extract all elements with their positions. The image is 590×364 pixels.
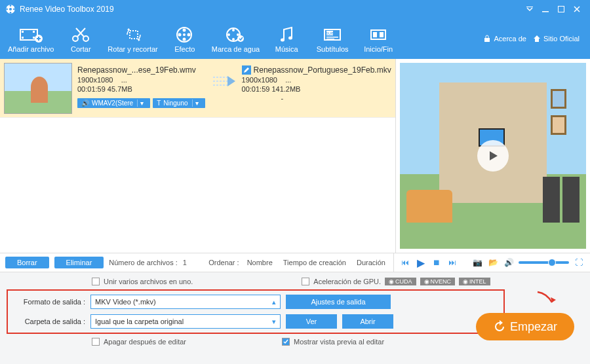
refresh-icon (493, 320, 506, 333)
svg-rect-7 (542, 11, 549, 12)
delete-button[interactable]: Borrar (5, 257, 49, 268)
edit-icon[interactable] (242, 65, 251, 75)
add-file-button[interactable]: Añadir archivo (4, 23, 58, 54)
shutdown-label: Apagar después de editar (104, 338, 186, 346)
sort-by-name[interactable]: Nombre (245, 259, 275, 266)
scissors-icon (71, 24, 90, 45)
remove-button[interactable]: Eliminar (54, 257, 104, 268)
list-action-bar: Borrar Eliminar Número de archivos : 1 O… (0, 253, 393, 272)
svg-rect-35 (326, 37, 338, 38)
annotation-arrow-icon (535, 289, 557, 308)
source-filename: Renepassnow_...ese_19Feb.wmv (77, 65, 205, 75)
music-note-icon (279, 24, 294, 45)
menu-dropdown-icon[interactable] (522, 1, 538, 17)
official-site-link[interactable]: Sitio Oficial (533, 35, 580, 43)
source-resolution: 1900x1080 (77, 76, 113, 84)
player-controls: ⏮ ▶ ⏹ ⏭ 📷 📂 🔊 ⛶ (393, 253, 590, 272)
svg-point-3 (10, 12, 12, 14)
prev-button[interactable]: ⏮ (399, 258, 411, 267)
svg-point-26 (232, 38, 235, 41)
svg-rect-36 (326, 39, 334, 40)
merge-checkbox[interactable] (92, 278, 100, 285)
svg-rect-11 (22, 37, 24, 39)
merge-label: Unir varios archivos en uno. (104, 278, 193, 285)
music-label: Música (275, 45, 298, 53)
speaker-icon: 🔊 (81, 100, 89, 107)
file-row[interactable]: Renepassnow_...ese_19Feb.wmv 1900x1080 .… (0, 59, 395, 118)
rotate-crop-icon (123, 24, 143, 45)
view-button[interactable]: Ver (286, 314, 337, 329)
chevron-up-icon: ▴ (272, 298, 276, 306)
next-button[interactable]: ⏭ (446, 258, 458, 267)
start-end-label: Inicio/Fin (364, 45, 393, 53)
gpu-checkbox[interactable] (302, 278, 309, 285)
about-link[interactable]: Acerca de (483, 35, 526, 43)
output-folder-label: Carpeta de salida : (13, 318, 85, 325)
watermark-icon (226, 24, 245, 45)
sort-by-time[interactable]: Tiempo de creación (281, 259, 349, 266)
subtitle-label: Subtítulos (317, 45, 349, 53)
start-button[interactable]: Empezar (476, 313, 574, 340)
subtitle-pill[interactable]: TNinguno▾ (153, 98, 205, 108)
open-button[interactable]: Abrir (342, 314, 393, 329)
svg-rect-40 (484, 38, 490, 42)
gpu-label: Aceleración de GPU. (313, 278, 381, 285)
app-title: Renee Video Toolbox 2019 (20, 5, 114, 14)
music-button[interactable]: Música (264, 23, 309, 54)
svg-point-4 (6, 9, 8, 10)
conversion-arrow-icon (210, 63, 237, 89)
chevron-down-icon: ▾ (192, 100, 201, 107)
effect-label: Efecto (174, 45, 195, 53)
chevron-down-icon: ▾ (137, 100, 146, 107)
svg-text:SUB: SUB (326, 31, 334, 35)
svg-point-21 (178, 33, 181, 37)
preview-panel (396, 59, 590, 253)
shutdown-checkbox[interactable] (92, 338, 100, 346)
fullscreen-button[interactable]: ⛶ (573, 258, 585, 267)
effect-button[interactable]: Efecto (162, 23, 208, 54)
svg-point-23 (183, 33, 186, 36)
volume-slider[interactable] (519, 261, 569, 264)
cuda-badge: ◉ CUDA (385, 278, 416, 285)
watermark-button[interactable]: Marca de agua (208, 23, 264, 54)
output-duration-size: 00:01:59 141.2MB (242, 85, 391, 93)
cut-button[interactable]: Cortar (58, 23, 104, 54)
close-button[interactable] (569, 1, 585, 17)
sort-by-duration[interactable]: Duración (354, 259, 388, 266)
svg-point-27 (227, 33, 230, 36)
output-folder-combo[interactable]: Igual que la carpeta original ▾ (90, 314, 281, 329)
play-overlay-button[interactable] (477, 140, 509, 172)
play-button[interactable]: ▶ (415, 257, 427, 269)
app-logo-icon (5, 4, 16, 14)
preview-video[interactable] (400, 63, 586, 249)
sort-label: Ordenar : (208, 259, 239, 266)
file-count-value: 1 (183, 259, 187, 266)
svg-point-25 (232, 29, 235, 31)
maximize-button[interactable] (553, 1, 569, 17)
output-resolution: 1900x1080 (242, 76, 277, 84)
svg-rect-17 (130, 31, 138, 39)
rotate-crop-button[interactable]: Rotar y recortar (104, 23, 161, 54)
svg-point-5 (13, 9, 15, 10)
minimize-button[interactable] (538, 1, 553, 17)
rotate-crop-label: Rotar y recortar (108, 45, 157, 53)
watermark-label: Marca de agua (212, 45, 260, 53)
chevron-down-icon: ▾ (272, 318, 276, 326)
audio-codec-pill[interactable]: 🔊WMAV2(Stere▾ (77, 98, 150, 108)
output-format-combo[interactable]: MKV Video (*.mkv) ▴ (90, 295, 281, 309)
add-file-label: Añadir archivo (8, 45, 54, 53)
file-list: Renepassnow_...ese_19Feb.wmv 1900x1080 .… (0, 59, 396, 253)
svg-rect-39 (380, 32, 384, 37)
output-settings-button[interactable]: Ajustes de salida (286, 295, 391, 309)
stop-button[interactable]: ⏹ (431, 258, 442, 267)
intel-badge: ◉ INTEL (459, 278, 490, 285)
snapshot-button[interactable]: 📷 (471, 258, 483, 267)
open-folder-button[interactable]: 📂 (487, 258, 499, 267)
svg-rect-10 (22, 31, 24, 33)
volume-icon[interactable]: 🔊 (503, 258, 515, 267)
subtitle-button[interactable]: SUB Subtítulos (309, 23, 355, 54)
svg-rect-8 (559, 7, 564, 12)
preview-checkbox[interactable] (282, 338, 290, 346)
start-end-button[interactable]: Inicio/Fin (355, 23, 401, 54)
output-filename: Renepassnow_Portuguese_19Feb.mkv (254, 65, 391, 75)
